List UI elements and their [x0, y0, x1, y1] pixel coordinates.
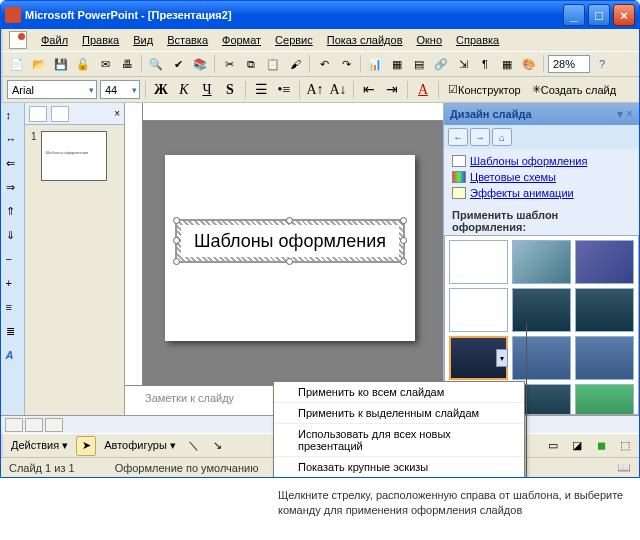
- shadow-button[interactable]: S: [220, 80, 240, 100]
- copy-icon[interactable]: ⧉: [241, 54, 261, 74]
- grid-icon[interactable]: ▦: [497, 54, 517, 74]
- insert-chart-icon[interactable]: 📊: [365, 54, 385, 74]
- menu-slideshow[interactable]: Показ слайдов: [321, 32, 409, 48]
- outline-tool-9[interactable]: ≡: [6, 301, 20, 315]
- template-thumb[interactable]: [449, 288, 508, 332]
- menu-window[interactable]: Окно: [411, 32, 449, 48]
- outline-tool-7[interactable]: −: [6, 253, 20, 267]
- redo-icon[interactable]: ↷: [336, 54, 356, 74]
- link-animation-effects[interactable]: Эффекты анимации: [452, 185, 631, 201]
- task-pane-menu-icon[interactable]: ▾: [617, 107, 623, 121]
- menu-help[interactable]: Справка: [450, 32, 505, 48]
- task-pane-close-icon[interactable]: ×: [626, 107, 633, 121]
- status-spellcheck-icon[interactable]: 📖: [617, 461, 631, 474]
- 3d-style-icon[interactable]: ◪: [567, 436, 587, 456]
- expand-all-icon[interactable]: ⇲: [453, 54, 473, 74]
- menu-insert[interactable]: Вставка: [161, 32, 214, 48]
- paste-icon[interactable]: 📋: [263, 54, 283, 74]
- menu-file[interactable]: Файл: [35, 32, 74, 48]
- slide-workspace[interactable]: Шаблоны оформления: [125, 103, 443, 385]
- actions-menu[interactable]: Действия ▾: [7, 436, 72, 456]
- format-painter-icon[interactable]: 🖌: [285, 54, 305, 74]
- undo-icon[interactable]: ↶: [314, 54, 334, 74]
- bold-button[interactable]: Ж: [151, 80, 171, 100]
- help-icon[interactable]: ?: [592, 54, 612, 74]
- resize-handle-n[interactable]: [286, 217, 293, 224]
- color-icon[interactable]: 🎨: [519, 54, 539, 74]
- resize-handle-e[interactable]: [400, 237, 407, 244]
- template-thumb[interactable]: [512, 240, 571, 284]
- resize-handle-w[interactable]: [173, 237, 180, 244]
- template-thumb[interactable]: [512, 336, 571, 380]
- menu-view[interactable]: Вид: [127, 32, 159, 48]
- email-icon[interactable]: ✉: [95, 54, 115, 74]
- research-icon[interactable]: 📚: [190, 54, 210, 74]
- outline-tool-3[interactable]: ⇐: [6, 157, 20, 171]
- design-button[interactable]: ☑ Конструктор: [444, 80, 525, 100]
- outline-tool-2[interactable]: ↔: [6, 133, 20, 147]
- resize-handle-sw[interactable]: [173, 258, 180, 265]
- link-color-schemes[interactable]: Цветовые схемы: [452, 169, 631, 185]
- autoshapes-menu[interactable]: Автофигуры ▾: [100, 436, 180, 456]
- 3d-settings-icon[interactable]: ⬚: [615, 436, 635, 456]
- slide-canvas[interactable]: Шаблоны оформления: [165, 155, 415, 341]
- title-text[interactable]: Шаблоны оформления: [181, 225, 399, 257]
- resize-handle-nw[interactable]: [173, 217, 180, 224]
- panel-close-icon[interactable]: ×: [114, 108, 120, 119]
- increase-font-icon[interactable]: A↑: [305, 80, 325, 100]
- shadow-style-icon[interactable]: ▭: [543, 436, 563, 456]
- resize-handle-s[interactable]: [286, 258, 293, 265]
- slideshow-view-button[interactable]: [45, 418, 63, 432]
- outline-tool-6[interactable]: ⇓: [6, 229, 20, 243]
- print-icon[interactable]: 🖶: [117, 54, 137, 74]
- outline-tool-10[interactable]: ≣: [6, 325, 20, 339]
- decrease-font-icon[interactable]: A↓: [328, 80, 348, 100]
- outline-tool-11[interactable]: A: [6, 349, 20, 363]
- decrease-indent-icon[interactable]: ⇤: [359, 80, 379, 100]
- close-button[interactable]: ×: [613, 4, 635, 26]
- menu-edit[interactable]: Правка: [76, 32, 125, 48]
- italic-button[interactable]: К: [174, 80, 194, 100]
- slides-tab[interactable]: [51, 106, 69, 122]
- outline-tab[interactable]: [29, 106, 47, 122]
- font-color-icon[interactable]: A: [413, 80, 433, 100]
- new-doc-icon[interactable]: 📄: [7, 54, 27, 74]
- template-thumb-selected[interactable]: ▾: [449, 336, 508, 380]
- line-icon[interactable]: ＼: [184, 436, 204, 456]
- cut-icon[interactable]: ✂: [219, 54, 239, 74]
- menu-service[interactable]: Сервис: [269, 32, 319, 48]
- template-dropdown-arrow[interactable]: ▾: [496, 349, 508, 367]
- link-design-templates[interactable]: Шаблоны оформления: [452, 153, 631, 169]
- slide-thumbnail[interactable]: 1: [31, 131, 118, 181]
- nav-fwd-icon[interactable]: →: [470, 128, 490, 146]
- hyperlink-icon[interactable]: 🔗: [431, 54, 451, 74]
- numbered-list-icon[interactable]: ☰: [251, 80, 271, 100]
- new-slide-button[interactable]: ✳ Создать слайд: [528, 80, 620, 100]
- outline-tool-1[interactable]: ↕: [6, 109, 20, 123]
- zoom-combo[interactable]: 28%: [548, 55, 590, 73]
- outline-tool-5[interactable]: ⇑: [6, 205, 20, 219]
- underline-button[interactable]: Ч: [197, 80, 217, 100]
- spellcheck-icon[interactable]: ✔: [168, 54, 188, 74]
- save-icon[interactable]: 💾: [51, 54, 71, 74]
- tables-borders-icon[interactable]: ▤: [409, 54, 429, 74]
- select-arrow-icon[interactable]: ➤: [76, 436, 96, 456]
- ctx-apply-all[interactable]: Применить ко всем слайдам: [274, 382, 524, 402]
- insert-table-icon[interactable]: ▦: [387, 54, 407, 74]
- arrow-icon[interactable]: ↘: [208, 436, 228, 456]
- ctx-use-for-new[interactable]: Использовать для всех новых презентаций: [274, 423, 524, 456]
- print-preview-icon[interactable]: 🔍: [146, 54, 166, 74]
- template-thumb[interactable]: [575, 288, 634, 332]
- open-icon[interactable]: 📂: [29, 54, 49, 74]
- resize-handle-ne[interactable]: [400, 217, 407, 224]
- template-thumb[interactable]: [575, 384, 634, 415]
- nav-back-icon[interactable]: ←: [448, 128, 468, 146]
- minimize-button[interactable]: _: [563, 4, 585, 26]
- sorter-view-button[interactable]: [25, 418, 43, 432]
- ctx-apply-selected[interactable]: Применить к выделенным слайдам: [274, 402, 524, 423]
- increase-indent-icon[interactable]: ⇥: [382, 80, 402, 100]
- font-combo[interactable]: Arial: [7, 80, 97, 99]
- show-format-icon[interactable]: ¶: [475, 54, 495, 74]
- outline-tool-8[interactable]: +: [6, 277, 20, 291]
- menu-format[interactable]: Формат: [216, 32, 267, 48]
